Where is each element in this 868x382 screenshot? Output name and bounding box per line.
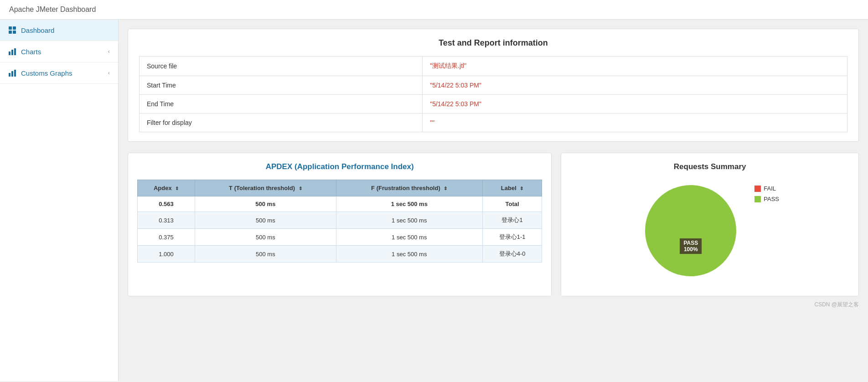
customs-graphs-icon (8, 69, 16, 77)
charts-icon (8, 47, 16, 56)
report-info-table: Source file"测试结果.jtl"Start Time"5/14/22 … (139, 56, 847, 132)
sort-icon: ⇕ (299, 186, 302, 191)
apdex-col-header[interactable]: T (Toleration threshold) ⇕ (195, 180, 336, 196)
main-content: Test and Report information Source file"… (119, 20, 868, 381)
apdex-card: APDEX (Application Performance Index) Ap… (128, 153, 552, 296)
sort-icon: ⇕ (175, 186, 179, 191)
dashboard-icon (8, 26, 16, 34)
apdex-t: 500 ms (195, 196, 336, 212)
legend-fail: FAIL (754, 185, 779, 192)
legend-pass: PASS (754, 196, 779, 202)
sidebar-item-dashboard[interactable]: Dashboard (0, 20, 118, 41)
chart-legend: FAIL PASS (754, 185, 779, 202)
app-title: Apache JMeter Dashboard (9, 5, 96, 13)
info-label: Start Time (140, 76, 423, 95)
fail-label: FAIL (764, 185, 776, 192)
customs-graphs-chevron-icon: ‹ (108, 70, 110, 76)
sidebar-item-customs-graphs[interactable]: Customs Graphs ‹ (0, 62, 118, 84)
svg-rect-8 (11, 71, 13, 77)
apdex-label: 登录心4-0 (482, 246, 542, 263)
report-info-card: Test and Report information Source file"… (128, 29, 859, 142)
info-table-row: End Time"5/14/22 5:03 PM" (140, 95, 847, 114)
pass-label: PASS 100% (680, 238, 702, 254)
apdex-label: Total (482, 196, 542, 212)
fail-color-box (754, 186, 761, 192)
info-label: Source file (140, 57, 423, 76)
apdex-label: 登录心1 (482, 212, 542, 229)
svg-rect-2 (9, 31, 12, 34)
requests-summary-title: Requests Summary (570, 162, 849, 171)
info-value: "5/14/22 5:03 PM" (423, 76, 847, 95)
info-table-row: Filter for display"" (140, 114, 847, 132)
apdex-col-header[interactable]: F (Frustration threshold) ⇕ (336, 180, 482, 196)
apdex-t: 500 ms (195, 229, 336, 246)
svg-rect-4 (9, 52, 10, 55)
pie-chart: PASS 100% (641, 181, 741, 282)
info-label: End Time (140, 95, 423, 114)
apdex-title: APDEX (Application Performance Index) (137, 162, 542, 171)
info-table-row: Start Time"5/14/22 5:03 PM" (140, 76, 847, 95)
apdex-row: 1.000 500 ms 1 sec 500 ms 登录心4-0 (138, 246, 542, 263)
svg-rect-5 (11, 50, 13, 55)
apdex-value: 0.563 (138, 196, 195, 212)
apdex-t: 500 ms (195, 246, 336, 263)
charts-chevron-icon: ‹ (108, 48, 110, 55)
svg-point-10 (645, 185, 736, 276)
apdex-value: 0.313 (138, 212, 195, 229)
sidebar-customs-graphs-label: Customs Graphs (21, 69, 72, 77)
apdex-f: 1 sec 500 ms (336, 246, 482, 263)
app-title-bar: Apache JMeter Dashboard (0, 0, 868, 20)
pie-svg (641, 181, 741, 281)
apdex-value: 0.375 (138, 229, 195, 246)
info-value: "5/14/22 5:03 PM" (423, 95, 847, 114)
sidebar-dashboard-label: Dashboard (21, 26, 54, 34)
watermark: CSDN @展望之客 (128, 301, 859, 309)
requests-summary-card: Requests Summary PASS 100% (561, 153, 859, 296)
apdex-table: Apdex ⇕T (Toleration threshold) ⇕F (Frus… (137, 180, 542, 263)
apdex-f: 1 sec 500 ms (336, 229, 482, 246)
sort-icon: ⇕ (444, 186, 447, 191)
apdex-row: 0.313 500 ms 1 sec 500 ms 登录心1 (138, 212, 542, 229)
info-value: "" (423, 114, 847, 132)
apdex-col-header[interactable]: Apdex ⇕ (138, 180, 195, 196)
info-label: Filter for display (140, 114, 423, 132)
svg-rect-3 (13, 31, 16, 34)
pass-percent-text: 100% (684, 246, 698, 253)
apdex-t: 500 ms (195, 212, 336, 229)
svg-rect-0 (9, 26, 12, 30)
pass-label-text: PASS (683, 240, 698, 246)
chart-area: PASS 100% FAIL PASS (570, 176, 849, 287)
apdex-row: 0.375 500 ms 1 sec 500 ms 登录心1-1 (138, 229, 542, 246)
info-table-row: Source file"测试结果.jtl" (140, 57, 847, 76)
sidebar: Dashboard Charts ‹ (0, 20, 119, 381)
info-value: "测试结果.jtl" (423, 57, 847, 76)
apdex-f: 1 sec 500 ms (336, 212, 482, 229)
apdex-row: 0.563 500 ms 1 sec 500 ms Total (138, 196, 542, 212)
report-info-title: Test and Report information (139, 38, 847, 48)
svg-rect-9 (14, 70, 16, 77)
sort-icon: ⇕ (520, 186, 523, 191)
apdex-col-header[interactable]: Label ⇕ (482, 180, 542, 196)
svg-rect-6 (14, 48, 16, 55)
pass-legend-label: PASS (764, 196, 779, 202)
pass-color-box (754, 196, 761, 202)
svg-rect-7 (9, 73, 10, 77)
sidebar-item-charts[interactable]: Charts ‹ (0, 41, 118, 62)
bottom-row: APDEX (Application Performance Index) Ap… (128, 153, 859, 296)
apdex-f: 1 sec 500 ms (336, 196, 482, 212)
svg-rect-1 (13, 26, 16, 30)
apdex-label: 登录心1-1 (482, 229, 542, 246)
sidebar-charts-label: Charts (21, 48, 41, 56)
apdex-value: 1.000 (138, 246, 195, 263)
